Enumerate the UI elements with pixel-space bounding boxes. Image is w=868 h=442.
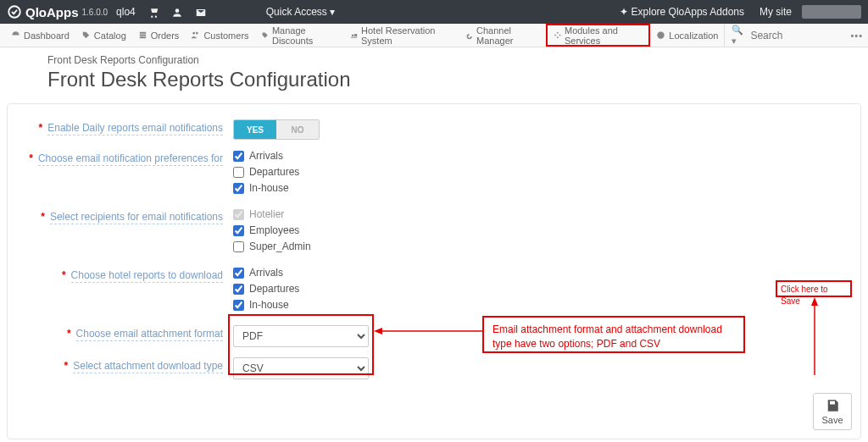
nav-catalog[interactable]: Catalog [75,24,132,47]
nav-localization[interactable]: Localization [650,24,724,47]
hotel-inhouse-label: In-house [249,299,289,311]
pref-inhouse-checkbox[interactable] [233,183,244,194]
recip-employees-checkbox[interactable] [233,225,244,236]
recip-hotelier-checkbox [233,209,244,220]
nav-dashboard[interactable]: Dashboard [5,24,75,47]
nav-orders[interactable]: Orders [132,24,186,47]
page-title: Front Desk Reports Configuration [47,68,854,91]
annotation-explain-text: Email attachment format and attachment d… [492,323,735,351]
recip-hotelier-label: Hotelier [249,208,284,220]
annotation-selects-box [228,314,374,375]
recip-employees-label: Employees [249,224,299,236]
nav-discounts[interactable]: Manage Discounts [255,24,344,47]
brand-logo: QloApps [7,4,79,19]
recip-superadmin-checkbox[interactable] [233,241,244,252]
annotation-explain-box: Email attachment format and attachment d… [482,316,745,353]
pref-departures-checkbox[interactable] [233,167,244,178]
save-icon [825,398,840,413]
cart-icon[interactable] [147,5,159,19]
svg-marker-5 [811,297,818,306]
toggle-no[interactable]: NO [276,120,319,139]
overflow-menu[interactable]: ••• [850,30,863,41]
nav-modules-services[interactable]: Modules and Services [546,24,651,47]
pref-arrivals-checkbox[interactable] [233,151,244,162]
hotel-label: Choose hotel reports to download [71,269,223,283]
my-site-link[interactable]: My site [760,6,792,18]
mail-icon[interactable] [195,5,207,19]
hotel-arrivals-checkbox[interactable] [233,268,244,279]
nav-channel-manager[interactable]: Channel Manager [459,24,546,47]
toggle-yes[interactable]: YES [234,120,276,139]
shop-name[interactable]: qlo4 [116,6,136,18]
save-button[interactable]: Save [813,393,852,430]
dltype-label: Select attachment download type [73,360,223,373]
nav-hrs[interactable]: Hotel Reservation System [344,24,459,47]
profile-placeholder[interactable] [802,5,861,19]
explore-addons-link[interactable]: ✦ Explore QloApps Addons [620,6,744,18]
pref-departures-label: Departures [249,166,299,178]
enable-toggle[interactable]: YES NO [233,119,320,140]
pref-inhouse-label: In-house [249,182,289,194]
user-icon[interactable] [171,5,183,19]
attach-label: Choose email attachment format [76,328,223,341]
pref-arrivals-label: Arrivals [249,150,283,162]
quick-access-menu[interactable]: Quick Access ▾ [266,6,335,18]
save-button-label: Save [821,415,843,425]
search-icon[interactable]: 🔍 ▾ [732,25,747,47]
recip-superadmin-label: Super_Admin [249,240,311,252]
breadcrumb: Front Desk Reports Configuration [47,54,854,66]
nav-customers[interactable]: Customers [185,24,254,47]
enable-label: Enable Daily reports email notifications [47,122,223,135]
annotation-arrow-down [810,297,820,375]
svg-marker-3 [374,328,382,334]
recip-label: Select recipients for email notification… [50,211,223,224]
hotel-arrivals-label: Arrivals [249,267,283,279]
search-input[interactable] [747,26,840,45]
annotation-save-box: Click here to Save [776,280,852,297]
hotel-departures-checkbox[interactable] [233,284,244,295]
version-label: 1.6.0.0 [82,8,108,17]
hotel-departures-label: Departures [249,283,299,295]
pref-label: Choose email notification preferences fo… [38,152,223,166]
annotation-arrow-left [374,324,484,338]
hotel-inhouse-checkbox[interactable] [233,300,244,311]
